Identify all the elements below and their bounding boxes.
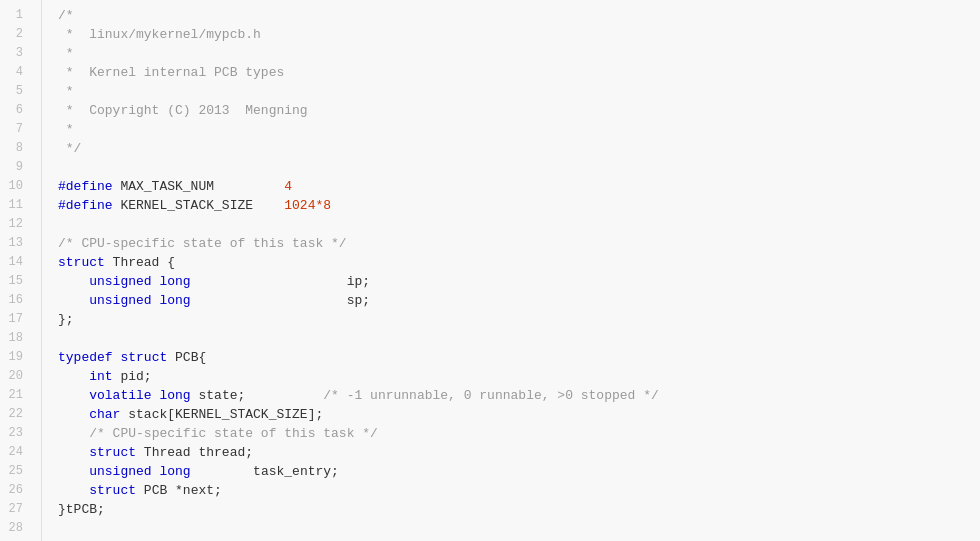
plain-token bbox=[58, 369, 89, 384]
plain-token: pid; bbox=[113, 369, 152, 384]
code-content[interactable]: /* * linux/mykernel/mypcb.h * * Kernel i… bbox=[42, 0, 980, 541]
line-number: 10 bbox=[0, 177, 33, 196]
line-number: 13 bbox=[0, 234, 33, 253]
keyword-token: volatile bbox=[89, 388, 151, 403]
line-number: 27 bbox=[0, 500, 33, 519]
keyword-token: unsigned bbox=[89, 464, 151, 479]
keyword-token: struct bbox=[58, 255, 105, 270]
keyword-token: long bbox=[159, 274, 190, 289]
plain-token bbox=[58, 426, 89, 441]
code-line: struct Thread thread; bbox=[58, 443, 980, 462]
line-number: 16 bbox=[0, 291, 33, 310]
code-line: int pid; bbox=[58, 367, 980, 386]
line-number: 3 bbox=[0, 44, 33, 63]
line-number: 11 bbox=[0, 196, 33, 215]
line-numbers: 1234567891011121314151617181920212223242… bbox=[0, 0, 42, 541]
define-value-token: 1024*8 bbox=[284, 198, 331, 213]
keyword-token: char bbox=[89, 407, 120, 422]
keyword-token: unsigned bbox=[89, 274, 151, 289]
code-line: /* bbox=[58, 6, 980, 25]
plain-token: state; bbox=[191, 388, 324, 403]
keyword-token: #define bbox=[58, 198, 113, 213]
comment-token: * bbox=[58, 46, 74, 61]
line-number: 15 bbox=[0, 272, 33, 291]
code-line bbox=[58, 215, 980, 234]
plain-token: Thread thread; bbox=[136, 445, 253, 460]
code-editor: 1234567891011121314151617181920212223242… bbox=[0, 0, 980, 541]
keyword-token: long bbox=[159, 464, 190, 479]
keyword-token: long bbox=[159, 388, 190, 403]
code-line: * bbox=[58, 44, 980, 63]
line-number: 17 bbox=[0, 310, 33, 329]
line-number: 8 bbox=[0, 139, 33, 158]
code-line: }tPCB; bbox=[58, 500, 980, 519]
plain-token bbox=[58, 483, 89, 498]
line-number: 2 bbox=[0, 25, 33, 44]
line-number: 25 bbox=[0, 462, 33, 481]
code-line: struct Thread { bbox=[58, 253, 980, 272]
comment-token: * Copyright (C) 2013 Mengning bbox=[58, 103, 308, 118]
keyword-token: int bbox=[89, 369, 112, 384]
code-line: #define KERNEL_STACK_SIZE 1024*8 bbox=[58, 196, 980, 215]
plain-token bbox=[58, 388, 89, 403]
line-number: 4 bbox=[0, 63, 33, 82]
code-line bbox=[58, 329, 980, 348]
line-number: 7 bbox=[0, 120, 33, 139]
plain-token: KERNEL_STACK_SIZE bbox=[113, 198, 285, 213]
line-number: 14 bbox=[0, 253, 33, 272]
line-number: 21 bbox=[0, 386, 33, 405]
line-number: 22 bbox=[0, 405, 33, 424]
plain-token bbox=[58, 407, 89, 422]
code-line: */ bbox=[58, 139, 980, 158]
plain-token: }tPCB; bbox=[58, 502, 105, 517]
line-number: 28 bbox=[0, 519, 33, 538]
code-line: /* CPU-specific state of this task */ bbox=[58, 424, 980, 443]
plain-token bbox=[58, 464, 89, 479]
plain-token: sp; bbox=[191, 293, 370, 308]
keyword-token: struct bbox=[120, 350, 167, 365]
comment-token: */ bbox=[58, 141, 81, 156]
code-line: * linux/mykernel/mypcb.h bbox=[58, 25, 980, 44]
line-number: 19 bbox=[0, 348, 33, 367]
plain-token: ip; bbox=[191, 274, 370, 289]
line-number: 18 bbox=[0, 329, 33, 348]
plain-token: stack[KERNEL_STACK_SIZE]; bbox=[120, 407, 323, 422]
code-line: /* CPU-specific state of this task */ bbox=[58, 234, 980, 253]
code-line bbox=[58, 158, 980, 177]
line-number: 26 bbox=[0, 481, 33, 500]
plain-token: PCB{ bbox=[167, 350, 206, 365]
code-line: char stack[KERNEL_STACK_SIZE]; bbox=[58, 405, 980, 424]
keyword-token: #define bbox=[58, 179, 113, 194]
comment-token: * linux/mykernel/mypcb.h bbox=[58, 27, 261, 42]
line-number: 9 bbox=[0, 158, 33, 177]
plain-token: }; bbox=[58, 312, 74, 327]
define-value-token: 4 bbox=[284, 179, 292, 194]
code-line: * bbox=[58, 82, 980, 101]
code-line: * Kernel internal PCB types bbox=[58, 63, 980, 82]
plain-token: MAX_TASK_NUM bbox=[113, 179, 285, 194]
keyword-token: unsigned bbox=[89, 293, 151, 308]
keyword-token: long bbox=[159, 293, 190, 308]
code-line: }; bbox=[58, 310, 980, 329]
code-line: * Copyright (C) 2013 Mengning bbox=[58, 101, 980, 120]
comment-token: /* -1 unrunnable, 0 runnable, >0 stopped… bbox=[323, 388, 658, 403]
plain-token bbox=[58, 293, 89, 308]
line-number: 5 bbox=[0, 82, 33, 101]
code-line: * bbox=[58, 120, 980, 139]
code-line bbox=[58, 519, 980, 538]
line-number: 12 bbox=[0, 215, 33, 234]
comment-token: /* CPU-specific state of this task */ bbox=[89, 426, 378, 441]
keyword-token: struct bbox=[89, 445, 136, 460]
plain-token bbox=[58, 274, 89, 289]
plain-token: task_entry; bbox=[191, 464, 339, 479]
code-line: volatile long state; /* -1 unrunnable, 0… bbox=[58, 386, 980, 405]
plain-token: PCB *next; bbox=[136, 483, 222, 498]
line-number: 23 bbox=[0, 424, 33, 443]
plain-token: Thread { bbox=[105, 255, 175, 270]
keyword-token: struct bbox=[89, 483, 136, 498]
line-number: 1 bbox=[0, 6, 33, 25]
line-number: 20 bbox=[0, 367, 33, 386]
code-line: unsigned long sp; bbox=[58, 291, 980, 310]
plain-token bbox=[58, 445, 89, 460]
code-line: unsigned long ip; bbox=[58, 272, 980, 291]
